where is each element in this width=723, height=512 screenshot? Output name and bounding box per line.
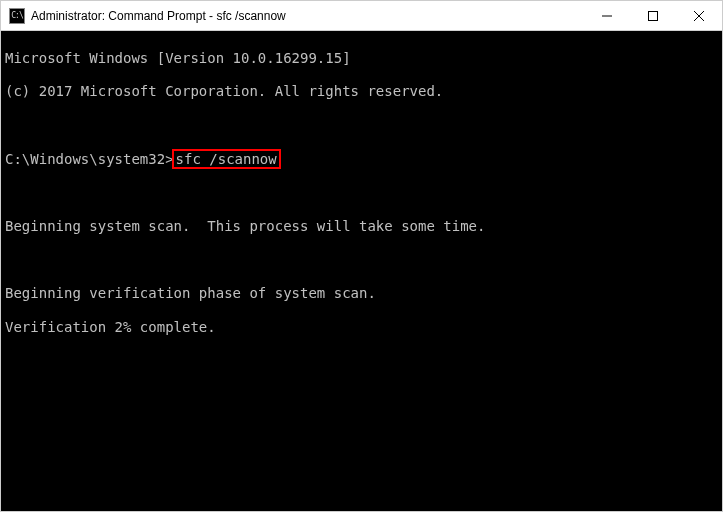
terminal-content[interactable]: Microsoft Windows [Version 10.0.16299.15…: [1, 31, 722, 511]
close-button[interactable]: [676, 1, 722, 30]
blank-line: [5, 184, 718, 201]
verification-progress-line: Verification 2% complete.: [5, 319, 718, 336]
blank-line: [5, 251, 718, 268]
minimize-icon: [602, 11, 612, 21]
verification-phase-line: Beginning verification phase of system s…: [5, 285, 718, 302]
svg-rect-1: [649, 11, 658, 20]
command-highlight: sfc /scannow: [172, 149, 281, 170]
titlebar: C:\ Administrator: Command Prompt - sfc …: [1, 1, 722, 31]
minimize-button[interactable]: [584, 1, 630, 30]
copyright-line: (c) 2017 Microsoft Corporation. All righ…: [5, 83, 718, 100]
scan-begin-line: Beginning system scan. This process will…: [5, 218, 718, 235]
app-icon: C:\: [9, 8, 25, 24]
close-icon: [694, 11, 704, 21]
blank-line: [5, 117, 718, 134]
maximize-button[interactable]: [630, 1, 676, 30]
prompt-path: C:\Windows\system32>: [5, 151, 174, 168]
window-title: Administrator: Command Prompt - sfc /sca…: [31, 9, 584, 23]
window-controls: [584, 1, 722, 30]
version-line: Microsoft Windows [Version 10.0.16299.15…: [5, 50, 718, 67]
maximize-icon: [648, 11, 658, 21]
prompt-line: C:\Windows\system32>sfc /scannow: [5, 151, 718, 168]
